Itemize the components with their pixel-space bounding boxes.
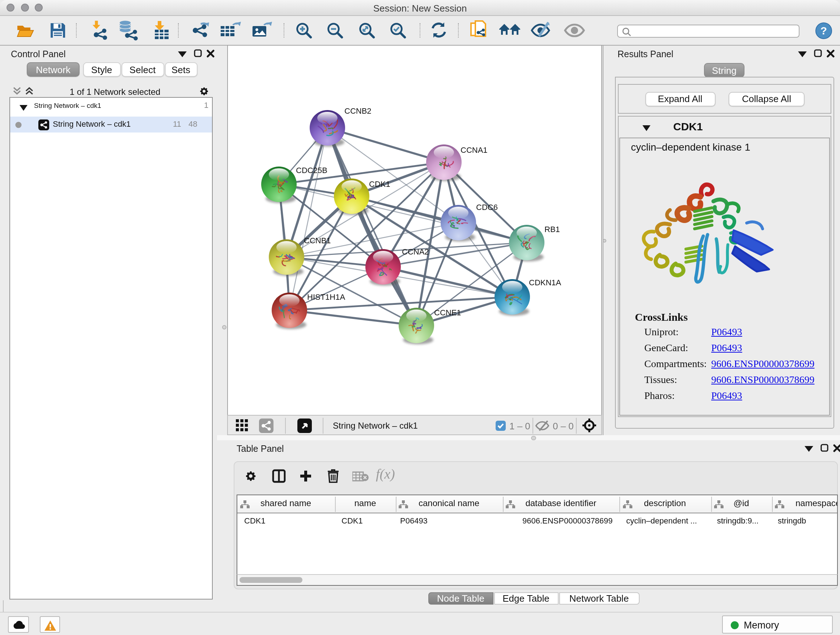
svg-text:CCNA1: CCNA1	[461, 146, 488, 155]
svg-text:CCNE1: CCNE1	[434, 308, 461, 317]
svg-text:CDC25B: CDC25B	[296, 166, 327, 175]
svg-text:CDK1: CDK1	[369, 180, 390, 188]
svg-text:?: ?	[820, 24, 827, 36]
svg-text:RB1: RB1	[545, 225, 560, 234]
svg-text:CDC6: CDC6	[476, 203, 498, 212]
svg-text:CDKN1A: CDKN1A	[529, 278, 561, 287]
svg-text:CCNB1: CCNB1	[304, 236, 331, 245]
svg-text:HIST1H1A: HIST1H1A	[307, 293, 345, 302]
svg-text:CCNA2: CCNA2	[402, 247, 429, 256]
svg-text:CCNB2: CCNB2	[344, 106, 371, 116]
